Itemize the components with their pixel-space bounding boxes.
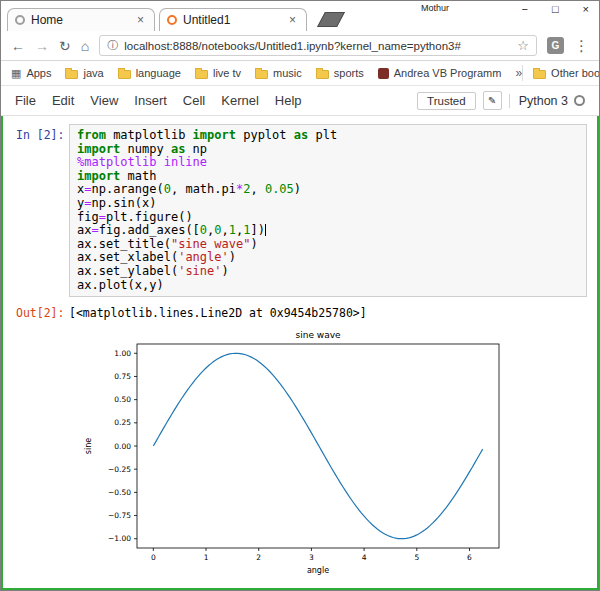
code-line: from matplotlib import pyplot as plt — [77, 129, 579, 143]
bookmark-label: Other bookmarks — [551, 67, 600, 79]
axes-frame — [137, 344, 499, 548]
folder-icon — [65, 70, 78, 79]
code-editor[interactable]: from matplotlib import pyplot as pltimpo… — [69, 124, 587, 297]
tab-close-icon[interactable]: × — [134, 13, 147, 27]
menu-file[interactable]: File — [15, 93, 36, 108]
y-tick-label: −0.50 — [108, 488, 131, 497]
menu-view[interactable]: View — [90, 93, 118, 108]
code-line: %matplotlib inline — [77, 156, 579, 170]
bookmark-folder-livetv[interactable]: live tv — [195, 67, 241, 79]
bookmark-folder-sports[interactable]: sports — [316, 67, 364, 79]
bookmarks-overflow-icon[interactable]: » — [515, 66, 522, 80]
menu-edit[interactable]: Edit — [52, 93, 74, 108]
y-tick-label: −0.25 — [108, 465, 131, 474]
x-tick-label: 6 — [467, 553, 472, 562]
back-icon[interactable]: ← — [11, 38, 25, 54]
code-line: ax.set_xlabel('angle') — [77, 251, 579, 265]
code-line: ax=fig.add_axes([0,0,1,1]) — [77, 224, 579, 238]
notebook-body: In [2]: from matplotlib import pyplot as… — [1, 116, 599, 590]
chart-title: sine wave — [295, 330, 340, 340]
x-axis-label: angle — [307, 566, 329, 575]
menu-help[interactable]: Help — [275, 93, 302, 108]
window-title: Mothur — [421, 3, 449, 13]
code-line: import numpy as np — [77, 143, 579, 157]
pencil-icon: ✎ — [488, 95, 496, 106]
other-bookmarks[interactable]: Other bookmarks — [522, 65, 600, 81]
bookmark-folder-java[interactable]: java — [65, 67, 103, 79]
code-line: y=np.sin(x) — [77, 197, 579, 211]
title-bar: Mothur − □ × Home × Untitled1 × — [1, 1, 599, 31]
notebook-menu-bar: File Edit View Insert Cell Kernel Help T… — [1, 86, 599, 116]
apps-grid-icon: ▦ — [11, 67, 21, 80]
kernel-indicator: Python 3 — [509, 94, 585, 108]
minimize-button[interactable]: − — [521, 3, 527, 15]
x-tick-label: 2 — [256, 553, 261, 562]
folder-icon — [255, 70, 268, 79]
code-line: import math — [77, 170, 579, 184]
reload-icon[interactable]: ↻ — [59, 38, 71, 54]
output-area: Out[2]: [<matplotlib.lines.Line2D at 0x9… — [3, 306, 597, 320]
x-tick-label: 3 — [309, 553, 314, 562]
edit-mode-button[interactable]: ✎ — [483, 91, 502, 110]
kernel-name: Python 3 — [519, 94, 568, 108]
tab-untitled1[interactable]: Untitled1 × — [159, 8, 307, 31]
x-tick-label: 4 — [362, 553, 367, 562]
bookmark-andrea-vb[interactable]: Andrea VB Programm — [378, 67, 502, 79]
x-tick-label: 5 — [414, 553, 419, 562]
code-cell: In [2]: from matplotlib import pyplot as… — [3, 124, 597, 297]
maximize-button[interactable]: □ — [552, 3, 559, 15]
bookmark-apps[interactable]: ▦ Apps — [11, 67, 51, 80]
bookmark-star-icon[interactable]: ☆ — [517, 38, 529, 53]
chrome-menu-icon[interactable]: ⋮ — [574, 37, 589, 55]
site-favicon-icon — [378, 68, 389, 79]
menu-kernel[interactable]: Kernel — [221, 93, 259, 108]
home-tab-favicon-icon — [15, 15, 25, 25]
tab-home[interactable]: Home × — [7, 8, 155, 31]
menu-right-group: Trusted ✎ Python 3 — [417, 91, 585, 110]
bookmarks-bar: ▦ Apps java language live tv music sport… — [1, 61, 599, 86]
new-tab-button[interactable] — [317, 12, 345, 27]
code-line: ax.set_ylabel('sine') — [77, 265, 579, 279]
url-text: localhost:8888/notebooks/Untitled1.ipynb… — [124, 40, 511, 52]
page-info-icon[interactable]: ⓘ — [107, 38, 118, 53]
y-tick-label: −0.75 — [108, 511, 131, 520]
menu-insert[interactable]: Insert — [134, 93, 167, 108]
window-controls: − □ × — [521, 3, 589, 15]
address-bar: ← → ↻ ⌂ ⓘ localhost:8888/notebooks/Untit… — [1, 31, 599, 61]
folder-icon — [118, 70, 131, 79]
jupyter-favicon-icon — [167, 15, 177, 25]
bookmark-label: music — [273, 67, 302, 79]
output-prompt: Out[2]: — [3, 306, 69, 320]
bookmark-label: sports — [334, 67, 364, 79]
extension-badge[interactable]: G — [547, 37, 564, 54]
bookmark-label: live tv — [213, 67, 241, 79]
x-tick-label: 0 — [151, 553, 156, 562]
tab-label: Home — [31, 13, 128, 27]
folder-icon — [195, 70, 208, 79]
y-tick-label: 0.25 — [114, 418, 131, 427]
bookmark-folder-language[interactable]: language — [118, 67, 181, 79]
bookmark-label: Andrea VB Programm — [394, 67, 502, 79]
tab-strip: Home × Untitled1 × — [7, 8, 341, 31]
input-prompt: In [2]: — [3, 124, 69, 297]
figure-output: sine wave01234561.000.750.500.250.00−0.2… — [79, 328, 597, 580]
sine-wave-chart: sine wave01234561.000.750.500.250.00−0.2… — [79, 328, 519, 580]
bookmark-folder-music[interactable]: music — [255, 67, 302, 79]
code-line: ax.set_title("sine wave") — [77, 238, 579, 252]
bookmark-label: java — [83, 67, 103, 79]
browser-window: Mothur − □ × Home × Untitled1 × ← → ↻ ⌂ — [0, 0, 600, 591]
folder-icon — [316, 70, 329, 79]
y-axis-label: sine — [84, 438, 93, 454]
trusted-button[interactable]: Trusted — [417, 92, 476, 110]
output-text: [<matplotlib.lines.Line2D at 0x9454b2578… — [69, 306, 367, 320]
home-icon[interactable]: ⌂ — [81, 38, 89, 54]
kernel-status-icon — [574, 95, 585, 106]
close-button[interactable]: × — [583, 3, 589, 15]
url-input[interactable]: ⓘ localhost:8888/notebooks/Untitled1.ipy… — [99, 35, 537, 56]
y-tick-label: 0.75 — [114, 372, 131, 381]
tab-close-icon[interactable]: × — [286, 13, 299, 27]
forward-icon[interactable]: → — [35, 38, 49, 54]
code-line: fig=plt.figure() — [77, 211, 579, 225]
bookmark-label: Apps — [26, 67, 51, 79]
menu-cell[interactable]: Cell — [183, 93, 205, 108]
